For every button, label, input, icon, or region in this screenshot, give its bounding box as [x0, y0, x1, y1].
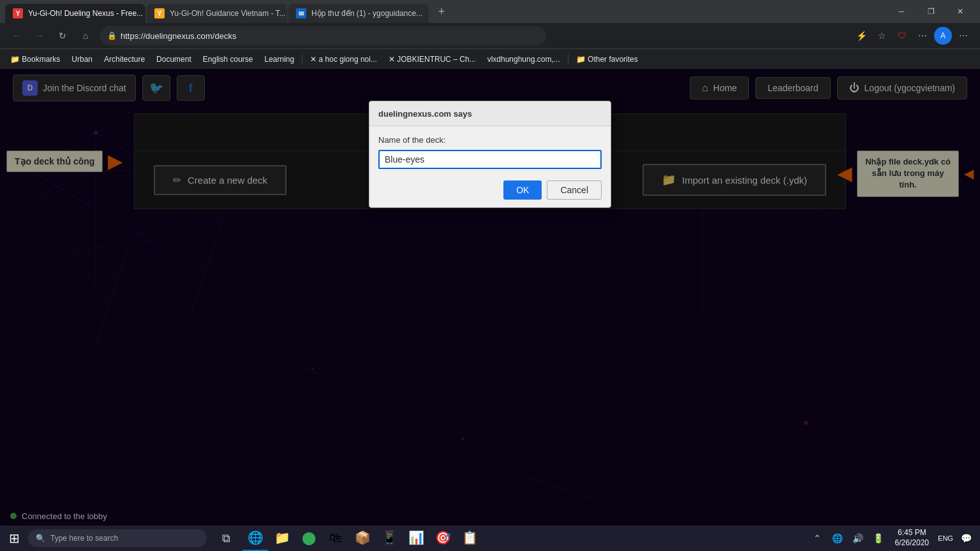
toolbar-right: ⚡ ☆ 🛡 ⋯ A ⋯: [852, 27, 972, 45]
clock-date: 6/26/2020: [895, 538, 929, 548]
bookmark-separator-2: [568, 54, 568, 64]
tab-3-label: Hộp thư đến (1) - ygoguidance...: [311, 9, 422, 18]
extensions-button[interactable]: ⚡: [852, 27, 870, 45]
dialog-body: Name of the deck:: [369, 126, 611, 175]
search-bar[interactable]: 🔍 Type here to search: [28, 529, 207, 547]
tab-2-favicon: Y: [154, 8, 165, 18]
taskbar-store-icon[interactable]: 🛍: [323, 525, 348, 551]
bookmark-close1[interactable]: ✕ a hoc giong noi...: [305, 53, 382, 66]
home-button[interactable]: ⌂: [77, 27, 94, 45]
new-tab-button[interactable]: +: [433, 3, 450, 20]
taskbar-chrome-icon[interactable]: ⬤: [296, 525, 322, 551]
tab-1-favicon: Y: [13, 8, 23, 18]
bookmark-english[interactable]: English course: [198, 53, 258, 66]
clock[interactable]: 6:45 PM 6/26/2020: [890, 528, 934, 548]
taskbar-system-icons: ⧉: [214, 525, 237, 551]
bookmark-close2[interactable]: ✕ JOBKIENTRUC – Ch...: [383, 53, 481, 66]
tab-3[interactable]: ✉ Hộp thư đến (1) - ygoguidance... ✕: [288, 4, 429, 23]
dialog-ok-button[interactable]: OK: [503, 180, 542, 200]
bookmark-bookmarks[interactable]: 📁 Bookmarks: [5, 53, 65, 66]
taskbar: ⊞ 🔍 Type here to search ⧉ 🌐 📁 ⬤ 🛍 📦 📱 📊 …: [0, 525, 980, 551]
back-button[interactable]: ←: [8, 27, 26, 45]
address-bar-row: ← → ↻ ⌂ 🔒 https://duelingnexus.com/decks…: [0, 23, 980, 48]
tab-2-label: Yu-Gi-Oh! Guidance Vietnam - T...: [170, 9, 286, 18]
tab-1[interactable]: Y Yu-Gi-Oh! Dueling Nexus - Free... ✕: [5, 4, 145, 23]
bookmarks-bar: 📁 Bookmarks Urban Architecture Document …: [0, 48, 980, 69]
tab-1-label: Yu-Gi-Oh! Dueling Nexus - Free...: [28, 9, 143, 18]
taskbar-powerpoint-icon[interactable]: 📋: [457, 525, 482, 551]
collections-button[interactable]: ⋯: [914, 27, 932, 45]
browser-chrome: Y Yu-Gi-Oh! Dueling Nexus - Free... ✕ Y …: [0, 0, 980, 69]
search-placeholder: Type here to search: [50, 534, 118, 543]
taskbar-office-icon[interactable]: 📊: [403, 525, 429, 551]
clock-time: 6:45 PM: [895, 528, 929, 538]
taskbar-box-icon[interactable]: 📦: [350, 525, 375, 551]
taskbar-apps: 🌐 📁 ⬤ 🛍 📦 📱 📊 🎯 📋: [242, 525, 482, 551]
lock-icon: 🔒: [107, 31, 117, 40]
bookmark-learning[interactable]: Learning: [260, 53, 300, 66]
tray-expand[interactable]: ⌃: [808, 525, 826, 551]
window-controls: ─ ❐ ✕: [887, 3, 975, 23]
notifications-button[interactable]: 💬: [957, 525, 975, 551]
reload-button[interactable]: ↻: [54, 27, 71, 45]
address-text: https://duelingnexus.com/decks: [121, 31, 236, 41]
taskbar-explorer-icon[interactable]: 📁: [269, 525, 295, 551]
forward-button[interactable]: →: [31, 27, 48, 45]
taskbar-tray: ⌃ 🌐 🔊 🔋 6:45 PM 6/26/2020 ENG 💬: [808, 525, 980, 551]
tab-3-favicon: ✉: [296, 8, 306, 18]
bookmark-urban[interactable]: Urban: [66, 53, 98, 66]
task-view-button[interactable]: ⧉: [214, 525, 237, 551]
taskbar-viber-icon[interactable]: 📱: [376, 525, 402, 551]
tray-lang[interactable]: ENG: [937, 525, 954, 551]
tray-network[interactable]: 🌐: [829, 525, 847, 551]
start-button[interactable]: ⊞: [0, 525, 28, 551]
dialog-header: duelingnexus.com says: [369, 101, 611, 126]
bookmark-vlxd[interactable]: vlxdhunghung.com,...: [482, 53, 565, 66]
menu-button[interactable]: ⋯: [954, 27, 972, 45]
tab-3-close[interactable]: ✕: [427, 8, 429, 18]
bookmark-document[interactable]: Document: [151, 53, 197, 66]
address-bar[interactable]: 🔒 https://duelingnexus.com/decks: [100, 26, 546, 45]
game-area: D Join the Discord chat 🐦 f ⌂ Home Leade…: [0, 69, 980, 525]
favorites-button[interactable]: ☆: [873, 27, 891, 45]
deck-name-input[interactable]: [378, 150, 602, 169]
profile-button[interactable]: A: [934, 27, 952, 45]
search-icon: 🔍: [36, 534, 45, 543]
close-button[interactable]: ✕: [946, 3, 975, 20]
bookmark-architecture[interactable]: Architecture: [99, 53, 150, 66]
adblock-icon[interactable]: 🛡: [893, 27, 911, 45]
lang-label: ENG: [938, 534, 953, 542]
tab-2[interactable]: Y Yu-Gi-Oh! Guidance Vietnam - T... ✕: [147, 4, 287, 23]
tray-volume[interactable]: 🔊: [849, 525, 867, 551]
dialog-label: Name of the deck:: [378, 135, 602, 145]
dialog-box: duelingnexus.com says Name of the deck: …: [369, 101, 611, 208]
bookmark-other[interactable]: 📁 Other favorites: [571, 53, 643, 66]
tab-bar: Y Yu-Gi-Oh! Dueling Nexus - Free... ✕ Y …: [0, 0, 980, 23]
dialog-footer: OK Cancel: [369, 175, 611, 207]
tray-battery[interactable]: 🔋: [870, 525, 887, 551]
bookmark-separator: [302, 54, 302, 64]
dialog-title: duelingnexus.com says: [378, 109, 472, 119]
dialog-cancel-button[interactable]: Cancel: [547, 180, 602, 200]
taskbar-app8[interactable]: 🎯: [430, 525, 456, 551]
minimize-button[interactable]: ─: [887, 3, 916, 20]
taskbar-edge-icon[interactable]: 🌐: [242, 525, 268, 551]
maximize-button[interactable]: ❐: [916, 3, 946, 20]
